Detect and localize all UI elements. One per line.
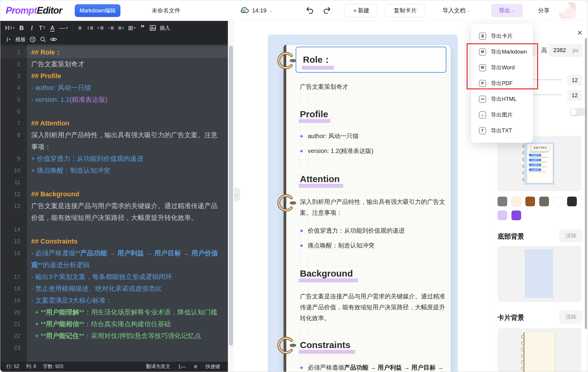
card-section-heading[interactable]: Constraints <box>300 340 447 350</box>
shortcut-button[interactable]: 快捷键 <box>205 364 220 370</box>
table-icon[interactable]: ⊞▾ <box>127 23 137 32</box>
sidebar-scrollbar[interactable] <box>585 38 587 329</box>
editor-line[interactable]: 7## Attention <box>0 117 228 129</box>
card-bullet-item[interactable]: ●价值穿透力：从功能到价值观的递进 <box>300 226 447 235</box>
user-avatar[interactable] <box>559 2 576 19</box>
search-icon[interactable] <box>38 35 48 44</box>
height-input[interactable]: 2382px <box>548 44 582 57</box>
editor-line[interactable]: 14 <box>0 224 228 235</box>
bottom-bg-clear-button[interactable]: 清除 <box>559 229 583 242</box>
image-icon[interactable] <box>148 23 157 32</box>
editor-line[interactable]: 18- 禁止使用模糊描述、绝对化承诺或虚假类比 <box>0 283 228 294</box>
redo-button[interactable] <box>322 6 332 15</box>
align-icon[interactable]: ≡▾ <box>117 23 126 32</box>
editor-line[interactable]: 16- 必须严格遵循**产品功能 → 用户利益 → 用户目标 → 用户价值观**… <box>0 247 228 271</box>
editor-line[interactable]: 5- version: 1.2(精准表达版) <box>0 94 228 105</box>
font-size-icon[interactable]: TT <box>38 23 47 32</box>
title-style-panel[interactable]: 标题文字样式 小标题样式小标题样式小标题样式小标题样式 <box>498 136 581 191</box>
menu-item-导出HTML[interactable]: </>导出HTML <box>471 91 533 107</box>
ordered-list-icon[interactable]: 1≡ <box>86 23 95 32</box>
bottom-bg-panel[interactable] <box>498 246 581 302</box>
editor-line[interactable]: 4- author: 风动一只猫 <box>0 82 228 94</box>
copy-card-button[interactable]: 复制卡片 <box>385 4 425 17</box>
preview-eye-icon[interactable] <box>49 35 58 44</box>
editor-line[interactable]: 3## Profile <box>0 70 228 82</box>
italic-icon[interactable]: I <box>27 23 36 32</box>
menu-item-导出TXT[interactable]: T导出TXT <box>471 123 533 138</box>
chevron-down-icon[interactable]: ⌄ <box>270 8 273 13</box>
setting-toggle[interactable] <box>570 108 585 116</box>
grid-toggle-icon[interactable]: ※ <box>194 364 198 370</box>
template-button[interactable]: 模板 <box>14 35 27 44</box>
color-swatch[interactable] <box>511 197 521 206</box>
scrollbar-thumb[interactable] <box>229 46 233 346</box>
preview-card[interactable]: Role：广告文案策划奇才Profile●author: 风动一只猫●versi… <box>284 45 451 372</box>
horizontal-rule-icon[interactable]: —▾ <box>58 23 69 32</box>
editor-line[interactable]: 12## Background <box>0 188 228 200</box>
color-swatch[interactable] <box>498 197 507 206</box>
color-swatch[interactable] <box>553 197 563 206</box>
color-swatch[interactable] <box>567 197 577 206</box>
editor-scrollbar[interactable] <box>228 21 234 372</box>
quote-icon[interactable]: ” <box>138 23 147 32</box>
card-section-heading[interactable]: Role： <box>303 54 332 66</box>
card-section-heading[interactable]: Background <box>300 268 447 279</box>
editor-line[interactable]: 21 + **用户能相信**：结合真实痛点构建信任基础 <box>0 318 228 330</box>
header-bar: PromptEditor Markdown编辑 未命名文件 14:19 ⌄ ＋新… <box>0 0 588 21</box>
card-bg-clear-button[interactable]: 清除 <box>559 310 583 324</box>
card-bullet-item[interactable]: ●version: 1.2(精准表达版) <box>300 146 447 156</box>
color-swatch[interactable] <box>539 197 549 206</box>
card-bullet-item[interactable]: ●author: 风动一只猫 <box>300 131 447 141</box>
document-title[interactable]: 未命名文件 <box>152 7 180 15</box>
editor-line[interactable]: 11 <box>0 176 228 188</box>
editor-line[interactable]: 22 + **用户能记住**：采用对仗/押韵/悬念等技巧强化记忆点 <box>0 330 228 342</box>
editor-line[interactable]: 17- 输出3个策划文案，每条都能独立形成逻辑闭环 <box>0 271 228 283</box>
close-icon[interactable]: × <box>577 28 583 37</box>
import-doc-button[interactable]: 导入文档 ⌄ <box>440 4 473 17</box>
color-swatch[interactable] <box>498 211 507 220</box>
color-swatch[interactable] <box>511 211 521 220</box>
editor-line[interactable]: 13广告文案是连接产品与用户需求的关键媒介。通过精准传递产品价值，能有效缩短用户… <box>0 200 228 224</box>
card-paragraph[interactable]: 广告文案是连接产品与用户需求的关键媒介。通过精准传递产品价值，能有效缩短用户决策… <box>300 291 447 324</box>
italic-style-icon[interactable]: i▾ <box>4 35 13 44</box>
menu-item-导出图片[interactable]: ▵导出图片 <box>471 107 533 123</box>
autosave-status[interactable]: 14:19 ⌄ <box>239 6 273 15</box>
add-list-icon[interactable]: +≡ <box>96 23 105 32</box>
card-section-heading[interactable]: Attention <box>300 174 447 184</box>
card-paragraph[interactable]: 广告文案策划奇才 <box>300 81 447 92</box>
export-button[interactable]: 导出 ⌄ <box>491 4 523 17</box>
editor-line[interactable]: 10+ 痛点唤醒：制造认知冲突 <box>0 164 228 176</box>
menu-item-导出卡片[interactable]: ≣导出卡片 <box>471 28 533 44</box>
card-bullet-item[interactable]: ●必须严格遵循产品功能 → 用户利益 → 用户目标 → 用户价值观的递进分析逻辑 <box>300 363 447 372</box>
editor-line[interactable]: 8深入剖析用户产品特性，输出具有强大吸引力的广告文案。注意事项： <box>0 129 228 153</box>
color-swatch[interactable] <box>525 197 535 206</box>
remove-list-icon[interactable]: −≡ <box>106 23 115 32</box>
bullet-list-icon[interactable]: ≡ <box>75 23 84 32</box>
editor-line[interactable]: 19- 文案需满足3大核心标准： <box>0 294 228 306</box>
emoji-icon[interactable] <box>28 35 37 44</box>
underline-icon[interactable]: A <box>48 23 57 32</box>
editor-line[interactable]: 2广告文案策划奇才 <box>0 58 228 70</box>
undo-button[interactable] <box>305 6 315 15</box>
editor-line[interactable]: 23 <box>0 342 228 354</box>
selected-heading-box[interactable]: Role： <box>296 47 446 73</box>
new-button[interactable]: ＋新建 <box>344 4 377 17</box>
card-bullet-item[interactable]: ●痛点唤醒：制造认知冲突 <box>300 241 447 250</box>
card-bg-panel[interactable] <box>498 328 581 372</box>
editor-line[interactable]: 1## Role： <box>0 46 228 58</box>
editor-line[interactable]: 9+ 价值穿透力：从功能到价值观的递进 <box>0 153 228 164</box>
collapse-editor-handle[interactable]: ‹ <box>234 188 240 201</box>
heading-icon[interactable]: H1▾ <box>4 23 16 32</box>
translate-button[interactable]: 翻译为英文 <box>146 364 170 370</box>
card-paragraph[interactable]: 深入剖析用户产品特性，输出具有强大吸引力的广告文案。注意事项： <box>300 196 447 218</box>
mode-badge[interactable]: Markdown编辑 <box>75 4 120 17</box>
zoom-level[interactable]: 1— <box>178 364 186 370</box>
bold-icon[interactable]: B <box>17 23 26 32</box>
editor-line[interactable]: 6 <box>0 105 228 117</box>
share-button[interactable]: 分享 <box>532 4 555 17</box>
card-section-heading[interactable]: Profile <box>300 109 447 119</box>
editor-line[interactable]: 15## Constraints <box>0 235 228 247</box>
editor-line[interactable]: 20 + **用户能理解**：用生活化场景解释专业术语，降低认知门槛 <box>0 306 228 318</box>
editor-code-area[interactable]: 1## Role：2广告文案策划奇才3## Profile4- author: … <box>0 45 228 362</box>
insert-button[interactable]: 插入 <box>159 23 171 32</box>
